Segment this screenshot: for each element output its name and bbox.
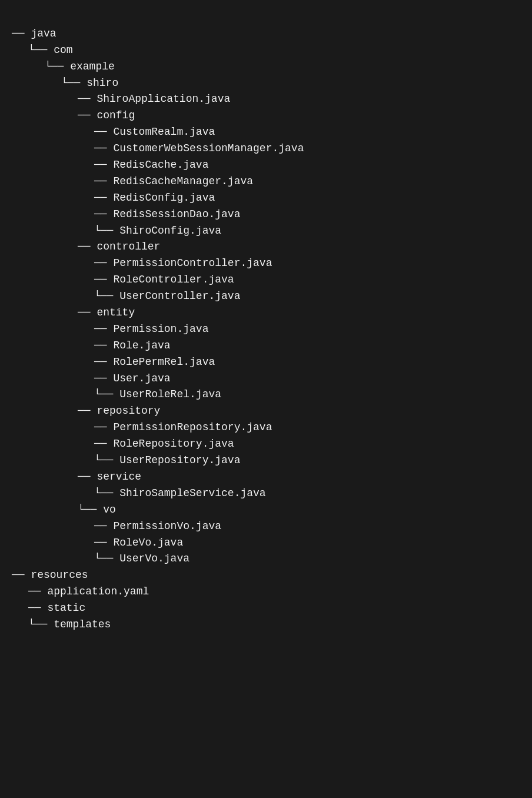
tree-item: ── RolePermRel.java bbox=[12, 354, 520, 371]
file-tree: ── java└── com└── example└── shiro── Shi… bbox=[12, 9, 520, 633]
tree-item: ── RedisSessionDao.java bbox=[12, 207, 520, 223]
tree-item: ── PermissionRepository.java bbox=[12, 420, 520, 436]
tree-item: ── java bbox=[12, 26, 520, 42]
tree-item: ── Role.java bbox=[12, 338, 520, 354]
tree-item: └── example bbox=[12, 59, 520, 75]
tree-item: └── ShiroSampleService.java bbox=[12, 486, 520, 502]
tree-item: └── ShiroConfig.java bbox=[12, 223, 520, 240]
tree-item: ── application.yaml bbox=[12, 584, 520, 600]
tree-item: └── templates bbox=[12, 617, 520, 633]
tree-item: ── service bbox=[12, 469, 520, 486]
tree-item: └── UserController.java bbox=[12, 288, 520, 305]
tree-item: ── CustomerWebSessionManager.java bbox=[12, 141, 520, 157]
tree-item: └── UserVo.java bbox=[12, 551, 520, 567]
tree-item: ── controller bbox=[12, 239, 520, 255]
tree-item: ── Permission.java bbox=[12, 321, 520, 338]
tree-item: ── RedisConfig.java bbox=[12, 190, 520, 207]
tree-item: ── ShiroApplication.java bbox=[12, 91, 520, 108]
tree-item: ── config bbox=[12, 108, 520, 124]
tree-item: ── RoleRepository.java bbox=[12, 436, 520, 453]
tree-item: ── resources bbox=[12, 567, 520, 584]
tree-item: ── RedisCacheManager.java bbox=[12, 174, 520, 190]
tree-item: ── RoleController.java bbox=[12, 272, 520, 288]
tree-item: ── static bbox=[12, 600, 520, 617]
tree-item: ── entity bbox=[12, 305, 520, 321]
tree-item: └── shiro bbox=[12, 75, 520, 92]
tree-item: ── RoleVo.java bbox=[12, 535, 520, 551]
tree-item: └── UserRoleRel.java bbox=[12, 387, 520, 403]
tree-item: ── PermissionController.java bbox=[12, 255, 520, 272]
tree-item: ── repository bbox=[12, 403, 520, 420]
tree-item: └── UserRepository.java bbox=[12, 453, 520, 469]
tree-item: ── User.java bbox=[12, 371, 520, 387]
tree-item: ── CustomRealm.java bbox=[12, 124, 520, 141]
tree-item: └── com bbox=[12, 42, 520, 59]
tree-item: ── RedisCache.java bbox=[12, 157, 520, 174]
tree-item: ── PermissionVo.java bbox=[12, 518, 520, 535]
tree-item: └── vo bbox=[12, 502, 520, 518]
